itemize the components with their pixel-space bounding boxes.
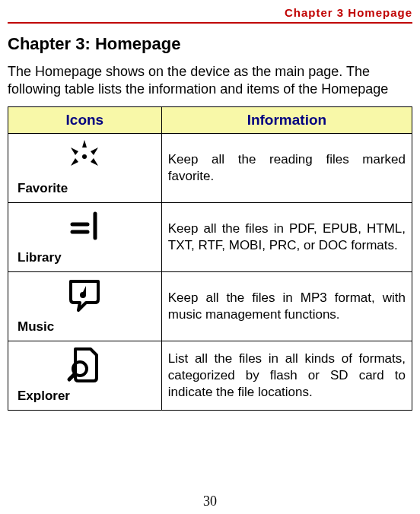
homepage-table: Icons Information <box>8 106 412 411</box>
info-cell: Keep all the files in MP3 format, with m… <box>161 271 412 341</box>
icon-caption: Music <box>18 319 54 335</box>
header-info: Information <box>161 106 412 133</box>
svg-marker-4 <box>71 148 78 155</box>
svg-marker-3 <box>91 158 98 166</box>
svg-marker-1 <box>82 140 87 148</box>
svg-point-0 <box>82 154 87 159</box>
info-cell: Keep all the reading files marked favori… <box>161 133 412 202</box>
favorite-icon <box>65 138 104 178</box>
table-row: Library Keep all the files in PDF, EPUB,… <box>8 202 412 271</box>
table-row: Explorer List all the files in all kinds… <box>8 341 412 410</box>
table-header-row: Icons Information <box>8 106 412 133</box>
page: Chapter 3 Homepage Chapter 3: Homepage T… <box>0 0 420 514</box>
chapter-title: Chapter 3: Homepage <box>8 34 412 54</box>
info-cell: List all the files in all kinds of forma… <box>161 341 412 410</box>
icon-cell-music: Music <box>8 271 162 341</box>
icon-cell-explorer: Explorer <box>8 341 162 410</box>
page-number: 30 <box>0 493 420 509</box>
icon-caption: Library <box>18 250 62 265</box>
header-icons: Icons <box>8 106 162 133</box>
icon-caption: Explorer <box>18 389 70 404</box>
svg-marker-2 <box>91 148 98 155</box>
music-icon <box>65 277 104 316</box>
icon-cell-favorite: Favorite <box>8 133 162 202</box>
table-row: Music Keep all the files in MP3 format, … <box>8 271 412 341</box>
intro-text: The Homepage shows on the device as the … <box>8 63 412 99</box>
explorer-icon <box>65 346 104 386</box>
running-header: Chapter 3 Homepage <box>8 6 412 19</box>
info-cell: Keep all the files in PDF, EPUB, HTML, T… <box>161 202 412 271</box>
svg-marker-5 <box>71 158 78 166</box>
library-icon <box>65 208 104 247</box>
icon-caption: Favorite <box>18 181 68 196</box>
icon-cell-library: Library <box>8 202 162 271</box>
svg-line-10 <box>69 375 74 379</box>
table-row: Favorite Keep all the reading files mark… <box>8 133 412 202</box>
header-rule <box>8 22 412 24</box>
